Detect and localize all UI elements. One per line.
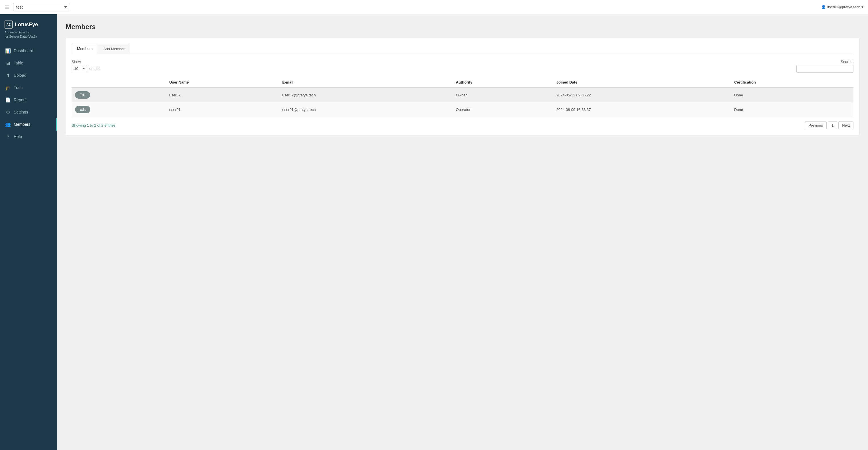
sidebar-label-report: Report bbox=[14, 98, 26, 102]
table-icon: ⊞ bbox=[5, 60, 11, 66]
sidebar-item-report[interactable]: 📄 Report bbox=[0, 94, 57, 106]
search-label: Search: bbox=[841, 60, 854, 64]
sidebar-item-members[interactable]: 👥 Members bbox=[0, 118, 57, 131]
cell-email-1: user01@pratya.tech bbox=[279, 102, 452, 117]
sidebar-item-train[interactable]: 🎓 Train bbox=[0, 82, 57, 94]
col-joined-date: Joined Date bbox=[553, 77, 731, 88]
dashboard-icon: 📊 bbox=[5, 48, 11, 54]
sidebar-brand: AE LotusEye Anomaly Detector for Sensor … bbox=[0, 18, 57, 45]
help-icon: ? bbox=[5, 134, 11, 139]
col-authority: Authority bbox=[453, 77, 553, 88]
show-label: Show bbox=[72, 60, 100, 64]
controls-row: Show 10 25 50 100 entries Search: bbox=[72, 60, 854, 73]
sidebar-label-settings: Settings bbox=[14, 110, 28, 115]
search-input[interactable] bbox=[796, 65, 854, 73]
cell-username-0: user02 bbox=[166, 88, 279, 102]
sidebar-nav: 📊 Dashboard ⊞ Table ⬆ Upload 🎓 Train 📄 R… bbox=[0, 45, 57, 450]
sidebar-item-help[interactable]: ? Help bbox=[0, 131, 57, 142]
page-title: Members bbox=[66, 23, 860, 31]
tabs: Members Add Member bbox=[72, 44, 854, 54]
showing-text: Showing 1 to 2 of 2 entries bbox=[72, 123, 116, 127]
hamburger-button[interactable]: ☰ bbox=[5, 4, 10, 10]
sidebar-label-train: Train bbox=[14, 85, 23, 90]
members-icon: 👥 bbox=[5, 122, 11, 127]
previous-button[interactable]: Previous bbox=[805, 122, 827, 129]
sidebar: AE LotusEye Anomaly Detector for Sensor … bbox=[0, 14, 57, 450]
sidebar-item-settings[interactable]: ⚙ Settings bbox=[0, 106, 57, 118]
page-1-button[interactable]: 1 bbox=[828, 122, 837, 129]
report-icon: 📄 bbox=[5, 97, 11, 103]
settings-icon: ⚙ bbox=[5, 109, 11, 115]
cell-authority-0: Owner bbox=[453, 88, 553, 102]
members-table: User Name E-mail Authority Joined Date C… bbox=[72, 77, 854, 117]
col-certification: Certification bbox=[731, 77, 854, 88]
tab-members[interactable]: Members bbox=[72, 44, 98, 54]
upload-icon: ⬆ bbox=[5, 73, 11, 78]
pagination-buttons: Previous 1 Next bbox=[805, 122, 854, 129]
cell-username-1: user01 bbox=[166, 102, 279, 117]
search-section: Search: bbox=[796, 60, 854, 73]
main-content: Members Members Add Member Show 10 25 50… bbox=[57, 14, 868, 450]
user-email: user01@pratya.tech bbox=[827, 5, 860, 9]
logo-icon: AE bbox=[5, 21, 12, 29]
sidebar-item-table[interactable]: ⊞ Table bbox=[0, 57, 57, 69]
cell-cert-0: Done bbox=[731, 88, 854, 102]
table-row: Edit user01 user01@pratya.tech Operator … bbox=[72, 102, 854, 117]
sidebar-label-table: Table bbox=[14, 61, 23, 65]
pagination-row: Showing 1 to 2 of 2 entries Previous 1 N… bbox=[72, 122, 854, 129]
sidebar-item-upload[interactable]: ⬆ Upload bbox=[0, 69, 57, 82]
sidebar-label-upload: Upload bbox=[14, 73, 26, 77]
col-email: E-mail bbox=[279, 77, 452, 88]
entries-select[interactable]: 10 25 50 100 bbox=[72, 65, 87, 72]
cell-email-0: user02@pratya.tech bbox=[279, 88, 452, 102]
edit-button-0[interactable]: Edit bbox=[75, 91, 90, 99]
sidebar-item-dashboard[interactable]: 📊 Dashboard bbox=[0, 45, 57, 57]
top-nav: ☰ test 👤 user01@pratya.tech ▾ bbox=[0, 0, 868, 14]
user-icon: 👤 bbox=[821, 5, 826, 9]
brand-name: LotusEye bbox=[15, 22, 38, 28]
members-card: Members Add Member Show 10 25 50 100 ent… bbox=[66, 38, 860, 135]
table-row: Edit user02 user02@pratya.tech Owner 202… bbox=[72, 88, 854, 102]
cell-joined-0: 2024-05-22 09:06:22 bbox=[553, 88, 731, 102]
sidebar-label-dashboard: Dashboard bbox=[14, 49, 33, 53]
sidebar-label-members: Members bbox=[14, 122, 30, 127]
cell-joined-1: 2024-08-09 16:33:37 bbox=[553, 102, 731, 117]
cell-authority-1: Operator bbox=[453, 102, 553, 117]
project-select[interactable]: test bbox=[13, 3, 70, 11]
edit-button-1[interactable]: Edit bbox=[75, 106, 90, 113]
cell-cert-1: Done bbox=[731, 102, 854, 117]
cell-edit-0: Edit bbox=[72, 88, 166, 102]
user-info[interactable]: 👤 user01@pratya.tech ▾ bbox=[821, 5, 863, 9]
sidebar-label-help: Help bbox=[14, 134, 22, 139]
entries-label: entries bbox=[89, 66, 100, 71]
show-entries: Show 10 25 50 100 entries bbox=[72, 60, 100, 72]
train-icon: 🎓 bbox=[5, 85, 11, 90]
tab-add-member[interactable]: Add Member bbox=[98, 44, 130, 54]
user-dropdown-icon: ▾ bbox=[862, 5, 863, 9]
brand-subtitle: Anomaly Detector for Sensor Data (Ver.β) bbox=[5, 30, 53, 39]
next-button[interactable]: Next bbox=[838, 122, 854, 129]
cell-edit-1: Edit bbox=[72, 102, 166, 117]
col-actions bbox=[72, 77, 166, 88]
col-username: User Name bbox=[166, 77, 279, 88]
